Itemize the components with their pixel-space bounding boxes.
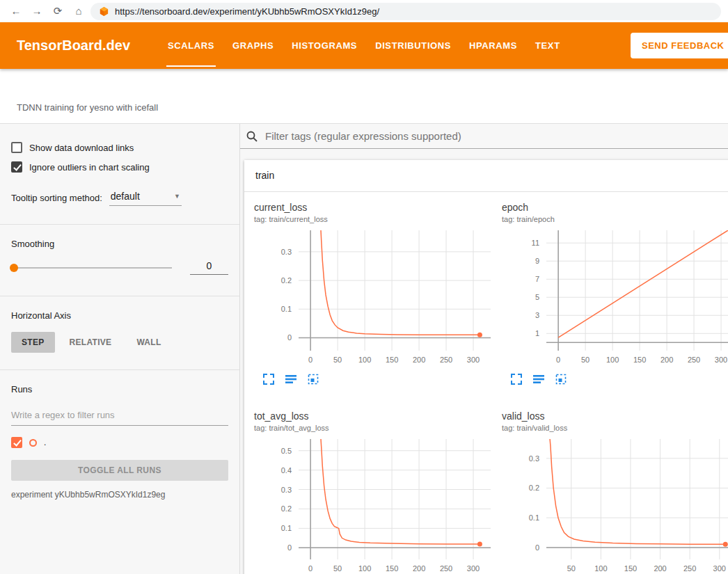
browser-chrome: ← → ⟳ ⌂ https://tensorboard.dev/experime… <box>0 0 728 22</box>
chart-plot[interactable]: 5010015020025030000.10.20.3 <box>499 435 728 574</box>
svg-text:0: 0 <box>287 543 292 552</box>
divider <box>0 369 239 370</box>
relative-button[interactable]: RELATIVE <box>59 332 122 353</box>
ignore-outliers-checkbox[interactable] <box>11 161 22 173</box>
checkbox-label: Ignore outliers in chart scaling <box>29 162 150 173</box>
svg-text:50: 50 <box>581 356 589 364</box>
svg-text:0: 0 <box>535 543 539 552</box>
back-icon[interactable]: ← <box>7 0 25 22</box>
fit-domain-icon[interactable] <box>555 373 567 385</box>
smoothing-label: Smoothing <box>11 239 228 249</box>
chart-tag: tag: train/current_loss <box>251 215 499 223</box>
svg-text:1: 1 <box>535 329 539 337</box>
svg-text:50: 50 <box>333 564 342 573</box>
tag-group-header[interactable]: train <box>244 160 728 192</box>
app-header: TensorBoard.dev SCALARSGRAPHSHISTOGRAMSD… <box>0 22 728 69</box>
chart-tag: tag: train/valid_loss <box>499 424 728 432</box>
experiment-title-bar: TDNN training for yesno with icefall <box>0 69 728 123</box>
run-checkbox[interactable] <box>11 437 22 448</box>
svg-text:250: 250 <box>683 564 696 573</box>
tab-hparams[interactable]: HPARAMS <box>460 22 526 69</box>
chart-title: epoch <box>499 202 728 213</box>
tab-text[interactable]: TEXT <box>526 22 569 69</box>
experiment-caption: experiment yKUbhb5wRmOSXYkId1z9eg <box>11 490 228 500</box>
show-download-links-row[interactable]: Show data download links <box>11 142 228 153</box>
content-area: Show data download links Ignore outliers… <box>0 123 728 574</box>
tab-distributions[interactable]: DISTRIBUTIONS <box>366 22 460 69</box>
run-name: . <box>44 438 46 447</box>
svg-text:150: 150 <box>386 356 398 364</box>
svg-text:0: 0 <box>308 564 312 573</box>
svg-text:300: 300 <box>715 356 727 364</box>
svg-text:0: 0 <box>556 356 560 364</box>
show-download-links-checkbox[interactable] <box>11 142 22 153</box>
smoothing-slider-row: 0 <box>11 260 228 275</box>
svg-text:200: 200 <box>660 356 673 364</box>
reload-icon[interactable]: ⟳ <box>49 0 67 22</box>
home-icon[interactable]: ⌂ <box>70 0 88 22</box>
runs-label: Runs <box>11 384 228 394</box>
send-feedback-button[interactable]: SEND FEEDBACK <box>631 33 728 58</box>
svg-text:0.2: 0.2 <box>529 484 539 492</box>
svg-text:300: 300 <box>467 356 480 364</box>
slider-thumb[interactable] <box>10 264 18 272</box>
svg-text:0.3: 0.3 <box>281 248 292 256</box>
svg-text:0.2: 0.2 <box>281 504 292 513</box>
address-bar[interactable]: https://tensorboard.dev/experiment/yKUbh… <box>90 3 721 20</box>
nav-tabs: SCALARSGRAPHSHISTOGRAMSDISTRIBUTIONSHPAR… <box>159 22 569 69</box>
url-text: https://tensorboard.dev/experiment/yKUbh… <box>115 6 379 17</box>
svg-text:150: 150 <box>633 356 646 364</box>
tooltip-sorting-dropdown[interactable]: default ▼ <box>109 189 182 206</box>
filter-tags-row <box>240 124 728 149</box>
smoothing-value-input[interactable]: 0 <box>190 260 228 275</box>
svg-text:3: 3 <box>535 311 539 319</box>
wall-button[interactable]: WALL <box>126 332 171 353</box>
fit-domain-icon[interactable] <box>307 373 319 385</box>
svg-text:5: 5 <box>535 293 539 301</box>
chart-title: valid_loss <box>499 410 728 422</box>
svg-text:200: 200 <box>654 564 666 573</box>
svg-text:0.1: 0.1 <box>529 513 539 522</box>
chart-tag: tag: train/epoch <box>499 215 728 223</box>
tab-graphs[interactable]: GRAPHS <box>223 22 283 69</box>
chart-plot[interactable]: 05010015020025030000.10.20.30.40.5 <box>251 435 496 574</box>
smoothing-slider[interactable] <box>11 267 172 269</box>
chart-title: tot_avg_loss <box>251 410 499 422</box>
forward-icon[interactable]: → <box>28 0 46 22</box>
chart: tot_avg_loss tag: train/tot_avg_loss 050… <box>251 410 499 574</box>
checkbox-label: Show data download links <box>29 143 134 153</box>
log-scale-icon[interactable] <box>285 373 297 385</box>
tab-histograms[interactable]: HISTOGRAMS <box>283 22 366 69</box>
chart-actions <box>262 373 499 385</box>
svg-text:0.1: 0.1 <box>281 305 292 313</box>
tab-scalars[interactable]: SCALARS <box>159 22 223 69</box>
svg-text:100: 100 <box>606 356 619 364</box>
tooltip-sorting-row: Tooltip sorting method: default ▼ <box>11 189 228 206</box>
run-list-item[interactable]: . <box>11 437 228 448</box>
expand-chart-icon[interactable] <box>262 373 275 385</box>
run-color-swatch <box>29 439 37 447</box>
chevron-down-icon: ▼ <box>174 193 180 200</box>
toggle-all-runs-button[interactable]: TOGGLE ALL RUNS <box>11 460 228 481</box>
tooltip-sorting-value: default <box>111 191 140 202</box>
svg-text:200: 200 <box>413 564 425 573</box>
search-icon <box>246 130 258 143</box>
ignore-outliers-row[interactable]: Ignore outliers in chart scaling <box>11 161 228 173</box>
svg-text:250: 250 <box>440 564 452 573</box>
chart-plot[interactable]: 0501001502002503001357911 <box>499 226 728 369</box>
chart-grid: current_loss tag: train/current_loss 050… <box>244 192 728 574</box>
svg-text:11: 11 <box>532 239 539 247</box>
svg-text:200: 200 <box>413 356 425 364</box>
svg-text:300: 300 <box>713 564 726 573</box>
svg-text:0: 0 <box>287 333 292 342</box>
log-scale-icon[interactable] <box>532 373 545 385</box>
expand-chart-icon[interactable] <box>510 373 523 385</box>
runs-filter-input[interactable] <box>11 407 228 426</box>
chart-actions <box>510 373 728 385</box>
svg-text:0.2: 0.2 <box>281 276 292 285</box>
svg-text:0.4: 0.4 <box>281 466 292 475</box>
svg-text:0.5: 0.5 <box>281 447 292 455</box>
step-button[interactable]: STEP <box>11 332 55 353</box>
chart-plot[interactable]: 05010015020025030000.10.20.3 <box>251 226 496 369</box>
filter-tags-input[interactable] <box>265 130 722 142</box>
